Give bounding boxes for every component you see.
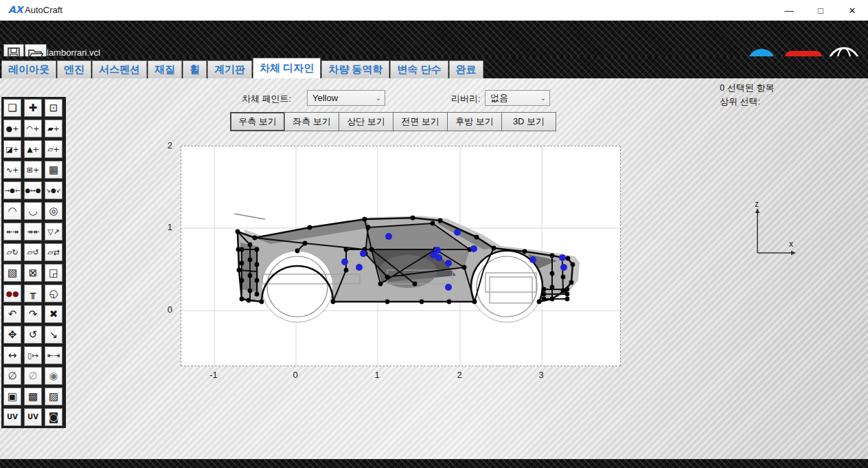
render-preview-button[interactable]: ◙	[45, 408, 62, 426]
maximize-button[interactable]: □	[805, 0, 836, 21]
control-point[interactable]	[378, 282, 383, 287]
control-point[interactable]	[236, 230, 240, 234]
hide-selected-button[interactable]: ∅	[3, 367, 21, 385]
mirror-quad-button[interactable]: ▱⇄	[45, 243, 62, 261]
control-point[interactable]	[260, 300, 264, 304]
arc-segment-button[interactable]: ◠	[3, 202, 21, 220]
inset-quad-button[interactable]: ⊠	[24, 264, 42, 282]
control-point[interactable]	[571, 263, 575, 267]
control-point[interactable]	[248, 274, 253, 278]
tab-body-design[interactable]: 차체 디자인	[253, 58, 321, 78]
selected-control-point[interactable]	[341, 258, 348, 265]
arc-handles-button[interactable]: ◡	[24, 202, 42, 220]
uv-unwrap-button[interactable]: UV	[3, 408, 21, 426]
front-view-button[interactable]: 전면 보기	[393, 112, 448, 131]
control-point[interactable]	[462, 265, 467, 270]
delete-button[interactable]: ✖	[45, 305, 62, 323]
merge-points-button[interactable]: ↘●↙	[45, 181, 62, 199]
undo-button[interactable]: ↶	[3, 305, 21, 323]
expand-point-button[interactable]: ●↔●	[24, 181, 42, 199]
control-point[interactable]	[240, 297, 244, 302]
control-point[interactable]	[248, 258, 253, 263]
control-point[interactable]	[385, 300, 390, 304]
control-point[interactable]	[240, 278, 244, 283]
livery-dropdown[interactable]: 없음 ⌄	[485, 90, 550, 106]
left-view-button[interactable]: 좌측 보기	[284, 112, 339, 131]
tab-wheel[interactable]: 휠	[183, 60, 207, 78]
new-file-button[interactable]: ❏	[3, 99, 21, 117]
control-point[interactable]	[247, 298, 251, 303]
rotate-tool-button[interactable]: ↺	[24, 326, 42, 344]
control-point[interactable]	[472, 300, 477, 304]
control-point[interactable]	[542, 292, 547, 297]
add-parallelogram-button[interactable]: ▱+	[45, 140, 62, 158]
control-point[interactable]	[303, 241, 308, 246]
scale-tool-button[interactable]: ↘	[45, 326, 62, 344]
move-tool-button[interactable]: ✥	[3, 326, 21, 344]
close-button[interactable]: ✕	[836, 0, 868, 21]
control-point[interactable]	[240, 261, 244, 266]
rear-view-button[interactable]: 후방 보기	[447, 112, 502, 131]
control-point[interactable]	[248, 289, 253, 293]
control-point[interactable]	[308, 225, 312, 230]
control-point[interactable]	[537, 300, 542, 304]
tab-gear-count[interactable]: 변속 단수	[390, 60, 448, 78]
fillet-corner-button[interactable]: ◵	[45, 285, 62, 302]
selected-control-point[interactable]	[435, 254, 442, 261]
rotate-quad-ccw-button[interactable]: ▱↺	[24, 243, 42, 261]
control-point[interactable]	[561, 289, 566, 293]
control-point[interactable]	[385, 275, 390, 280]
control-point[interactable]	[566, 256, 571, 261]
control-point[interactable]	[253, 236, 258, 241]
control-point[interactable]	[420, 300, 424, 304]
selected-control-point[interactable]	[445, 284, 452, 291]
right-view-button[interactable]: 우측 보기	[230, 112, 285, 131]
contract-points-button[interactable]: ↠↞	[24, 223, 42, 241]
show-all-button[interactable]: ◉	[45, 367, 62, 385]
merge-mesh-button[interactable]: ▨	[45, 388, 62, 405]
copy-patch-button[interactable]: ▣	[3, 388, 21, 405]
paint-dropdown[interactable]: Yellow ⌄	[307, 90, 385, 106]
control-point[interactable]	[411, 216, 415, 221]
redo-button[interactable]: ↷	[24, 305, 42, 323]
lens-patch-button[interactable]: ◎	[45, 202, 62, 220]
add-curve-button[interactable]: ◠+	[24, 120, 42, 137]
control-point[interactable]	[363, 217, 367, 222]
control-point[interactable]	[295, 249, 300, 254]
selected-control-point[interactable]	[529, 256, 536, 263]
selected-control-point[interactable]	[445, 260, 452, 267]
collapse-points-button[interactable]: →●←	[3, 181, 21, 199]
control-point[interactable]	[475, 235, 479, 240]
add-triangle-button[interactable]: ▲+	[24, 140, 42, 158]
design-canvas[interactable]	[181, 146, 621, 366]
group-patch-button[interactable]: ▩	[24, 388, 42, 405]
add-grid-quad-button[interactable]: ⊞+	[24, 161, 42, 179]
tab-finish[interactable]: 완료	[449, 60, 483, 78]
add-polyline-button[interactable]: ∿+	[3, 161, 21, 179]
control-point[interactable]	[255, 263, 260, 267]
tab-suspension[interactable]: 서스펜션	[92, 60, 147, 78]
pin-points-button[interactable]: ╥	[24, 285, 42, 302]
control-point[interactable]	[431, 221, 435, 226]
control-point[interactable]	[255, 292, 260, 297]
selected-control-point[interactable]	[454, 229, 461, 236]
tab-engine[interactable]: 엔진	[57, 60, 91, 78]
3d-view-button[interactable]: 3D 보기	[501, 112, 556, 131]
tab-dashboard[interactable]: 계기판	[207, 60, 252, 78]
selected-control-point[interactable]	[470, 245, 477, 252]
control-point[interactable]	[248, 243, 253, 247]
control-point[interactable]	[255, 247, 260, 252]
control-point[interactable]	[492, 246, 496, 251]
control-point[interactable]	[565, 292, 570, 297]
minimize-button[interactable]: —	[773, 0, 805, 21]
control-point[interactable]	[366, 225, 371, 230]
control-point[interactable]	[565, 287, 570, 292]
control-point[interactable]	[240, 247, 244, 252]
control-point[interactable]	[569, 280, 574, 285]
grid-cells-button[interactable]: ▦	[45, 161, 62, 179]
control-point[interactable]	[542, 287, 547, 292]
control-point[interactable]	[550, 254, 555, 258]
control-point[interactable]	[344, 247, 349, 252]
control-point[interactable]	[255, 278, 260, 283]
top-view-button[interactable]: 상단 보기	[339, 112, 393, 131]
